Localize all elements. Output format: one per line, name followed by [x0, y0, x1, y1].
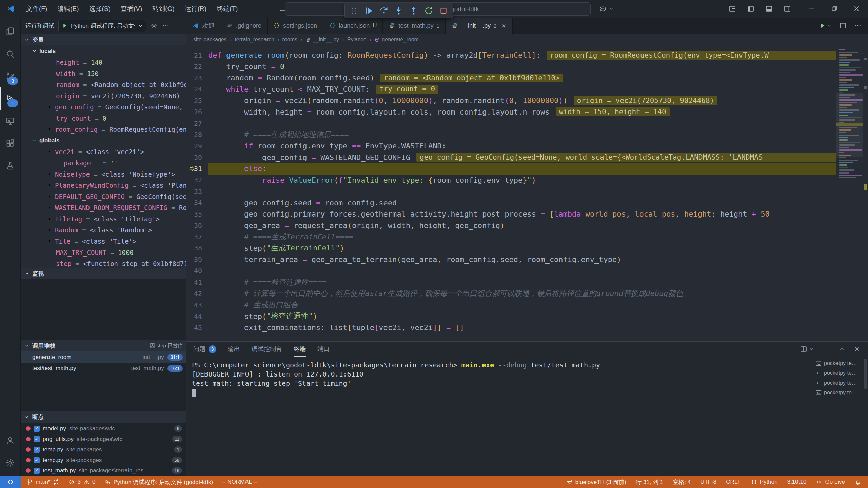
gear-icon[interactable]	[151, 22, 157, 29]
code-line-21[interactable]: 21def generate_room(room_config: RoomReq…	[186, 49, 836, 61]
variables-group[interactable]: globals	[21, 135, 186, 146]
code-line-40[interactable]: 40	[186, 265, 836, 277]
tab-欢迎[interactable]: 欢迎	[186, 18, 220, 34]
chevron-down-icon[interactable]	[826, 23, 832, 29]
variable-row[interactable]: TileTag = <class 'TileTag'>	[21, 213, 186, 224]
step-into-button[interactable]	[393, 5, 405, 17]
status-item-CRLF[interactable]: CRLF	[726, 479, 741, 485]
breakpoint-checkbox[interactable]: ✓	[34, 468, 40, 474]
panel-tab-输出[interactable]: 输出	[228, 342, 240, 357]
variable-row[interactable]: height = 140	[21, 57, 186, 68]
menu-item[interactable]: 转到(G)	[147, 3, 179, 15]
tab-__init__.py[interactable]: __init__.py2	[446, 18, 513, 34]
window-minimize-icon[interactable]	[808, 5, 816, 13]
remote-indicator[interactable]	[0, 476, 21, 488]
code-line-38[interactable]: 38 step("生成TerrainCell")	[186, 243, 836, 254]
activity-source-control[interactable]: 3	[0, 65, 20, 87]
menu-item[interactable]: 终端(T)	[212, 3, 243, 15]
more-actions-icon[interactable]	[162, 22, 169, 29]
chevron-down-icon[interactable]	[608, 6, 614, 12]
debug-config-select[interactable]: Python 调试程序: 启动文件	[58, 20, 146, 32]
code-line-44[interactable]: 44 step("检查连通性")	[186, 311, 836, 322]
menu-item[interactable]: ···	[243, 3, 259, 15]
code-line-37[interactable]: 37 # ====生成TerrainCell====	[186, 231, 836, 243]
status-item-Python 调试程序: 启动文件 (godot-ldtk)[interactable]: Python 调试程序: 启动文件 (godot-ldtk)	[104, 478, 213, 486]
variable-row[interactable]: Random = <class 'Random'>	[21, 224, 186, 236]
debug-continue-button[interactable]	[363, 5, 375, 17]
menu-item[interactable]: 文件(F)	[21, 3, 52, 15]
callstack-section-header[interactable]: 调用堆栈 因 step 已暂停	[21, 340, 186, 351]
panel-tab-端口[interactable]: 端口	[317, 342, 330, 357]
tab-.gdignore[interactable]: .gdignore	[220, 18, 268, 34]
minimap[interactable]	[836, 45, 863, 341]
code-line-33[interactable]: 33	[186, 186, 836, 197]
code-line-42[interactable]: 42 # 计算每一个出口的中心，然后使用astar生成路径，确保每一个出口组合都…	[186, 288, 836, 300]
code-line-41[interactable]: 41 # ====检查连通性====	[186, 277, 836, 288]
code-line-24[interactable]: 24 while try_count < MAX_TRY_COUNT:try_c…	[186, 84, 836, 95]
breakpoints-section-header[interactable]: 断点	[21, 411, 186, 423]
breakpoint-row[interactable]: ✓model.pysite-packages\wfc6	[21, 423, 186, 434]
status-item--- NORMAL --[interactable]: -- NORMAL --	[222, 479, 257, 485]
variable-row[interactable]: room_config = RoomRequestConfig(env_t…	[21, 124, 186, 135]
status-item-main*[interactable]: main*	[26, 479, 59, 485]
breadcrumb-item[interactable]: rooms	[282, 37, 297, 43]
breadcrumb-item[interactable]: __init__.py	[305, 37, 339, 43]
terminal-layout-icon[interactable]	[800, 345, 808, 353]
terminal-scrollbar[interactable]	[863, 357, 868, 476]
callstack-frame[interactable]: generate_room__init__.py31:1	[21, 351, 186, 363]
terminal-output[interactable]: PS C:\computer_science\godot-ldtk\site-p…	[186, 357, 815, 476]
status-item-空格: 4[interactable]: 空格: 4	[673, 478, 691, 486]
menu-item[interactable]: 查看(V)	[116, 3, 147, 15]
activity-files[interactable]	[0, 20, 20, 43]
activity-search[interactable]	[0, 43, 20, 65]
menu-item[interactable]: 运行(R)	[180, 3, 212, 15]
overview-ruler[interactable]	[863, 45, 868, 341]
code-line-39[interactable]: 39 terrain_area = geo_area_to_terrain(ge…	[186, 254, 836, 265]
code-line-26[interactable]: 26 width, height = room_config.layout.n_…	[186, 106, 836, 118]
maximize-panel-icon[interactable]	[837, 345, 846, 353]
debug-stop-button[interactable]	[438, 5, 449, 17]
panel-tab-终端[interactable]: 终端	[294, 342, 306, 357]
variable-row[interactable]: origin = vec2i(7205730, 9024468)	[21, 90, 186, 101]
panel-tab-调试控制台[interactable]: 调试控制台	[252, 342, 282, 357]
variable-row[interactable]: step = <function step at 0x1bf8d716d…	[21, 258, 186, 268]
variable-row[interactable]: __package__ = ''	[21, 157, 186, 168]
close-tab-icon[interactable]	[501, 23, 507, 29]
variables-section-header[interactable]: 变量	[21, 34, 186, 45]
tab-test_math.py[interactable]: test_math.py1	[383, 18, 445, 34]
activity-run-debug[interactable]: 1	[0, 87, 20, 110]
status-item-blueloveTH (3 周前)[interactable]: blueloveTH (3 周前)	[566, 478, 626, 486]
window-restore-icon[interactable]	[830, 5, 838, 13]
variable-row[interactable]: PlanetaryWindConfig = <class 'Planeta…	[21, 180, 186, 191]
code-line-23[interactable]: 23 random = Random(room_config.seed)rand…	[186, 72, 836, 84]
watch-section-header[interactable]: 监视	[21, 268, 186, 279]
breakpoint-row[interactable]: ✓temp.pysite-packages58	[21, 455, 186, 465]
code-line-35[interactable]: 35 geo_config.primary_forces.geothermal_…	[186, 208, 836, 220]
breakpoint-row[interactable]: ✓temp.pysite-packages1	[21, 444, 186, 455]
activity-extensions[interactable]	[0, 132, 20, 155]
status-item-3.10.10[interactable]: 3.10.10	[787, 479, 807, 485]
more-actions-icon[interactable]	[822, 345, 830, 353]
variables-group[interactable]: locals	[21, 45, 186, 57]
panel-tab-问题[interactable]: 问题3	[193, 342, 216, 357]
toggle-sidebar-left-icon[interactable]	[747, 5, 755, 13]
status-item-Go Live[interactable]: Go Live	[816, 479, 845, 485]
variable-row[interactable]: try_count = 0	[21, 113, 186, 124]
status-item-UTF-8[interactable]: UTF-8	[700, 479, 716, 485]
variable-row[interactable]: MAX_TRY_COUNT = 1000	[21, 247, 186, 258]
terminal-instance[interactable]: pocketpy te…	[815, 360, 863, 367]
code-line-27[interactable]: 27	[186, 118, 836, 129]
chevron-down-icon[interactable]	[809, 346, 814, 352]
activity-beaker[interactable]	[0, 155, 20, 177]
step-out-button[interactable]	[408, 5, 419, 17]
code-line-22[interactable]: 22 try_count = 0	[186, 61, 836, 73]
callstack-frame[interactable]: test/test_math.pytest_math.py16:1	[21, 363, 186, 374]
breakpoint-row[interactable]: ✓png_utils.pysite-packages\wfc11	[21, 434, 186, 444]
terminal-instance[interactable]: pocketpy te…	[815, 380, 863, 386]
debug-restart-button[interactable]	[423, 5, 434, 17]
code-line-31[interactable]: 31 else:	[186, 163, 836, 175]
code-line-45[interactable]: 45 exit_combinations: list[tuple[vec2i, …	[186, 322, 836, 333]
variable-row[interactable]: Tile = <class 'Tile'>	[21, 236, 186, 247]
terminal-instance[interactable]: pocketpy te…	[815, 370, 863, 377]
tab-settings.json[interactable]: settings.json	[268, 18, 323, 34]
